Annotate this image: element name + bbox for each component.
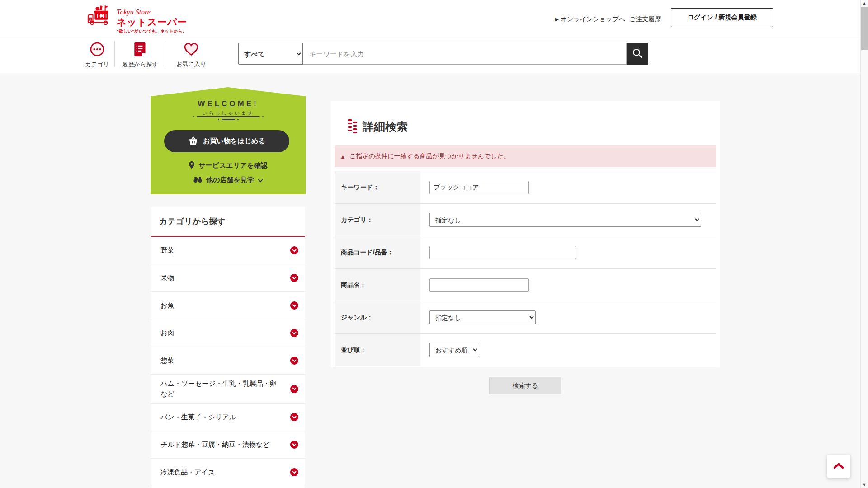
- search-input[interactable]: [303, 43, 627, 65]
- start-shopping-button[interactable]: お買い物をはじめる: [164, 130, 289, 152]
- history-list-icon: [134, 42, 147, 59]
- scrollbar-thumb[interactable]: [861, 7, 868, 50]
- welcome-subtitle: いらっしゃいませ: [151, 110, 306, 117]
- scrollbar-down-arrow[interactable]: ▼: [861, 483, 868, 487]
- online-shop-link[interactable]: ▶オンラインショップへ: [555, 15, 625, 23]
- error-message: ご指定の条件に一致する商品が見つかりませんでした。: [349, 152, 510, 160]
- topbar: Tokyu Store ネットスーパー “欲しい”がいつでも、ネットから。 ▶オ…: [0, 0, 860, 37]
- search-scope-select[interactable]: すべて: [238, 43, 303, 65]
- order-history-link[interactable]: ご注文履歴: [629, 15, 661, 23]
- logo-text: Tokyu Store ネットスーパー “欲しい”がいつでも、ネットから。: [117, 5, 187, 34]
- detail-search-title: 詳細検索: [348, 119, 408, 134]
- other-stores-link[interactable]: 他の店舗を見学: [151, 176, 306, 184]
- heart-icon: [184, 42, 199, 58]
- chevron-down-circle-icon: [290, 301, 298, 310]
- service-area-label: サービスエリアを確認: [198, 161, 267, 170]
- product-name-input[interactable]: [429, 278, 529, 292]
- category-select[interactable]: 指定なし: [429, 213, 701, 227]
- category-panel: カテゴリから探す 野菜 果物 お魚 お肉 惣菜 ハム・ソーセージ・牛乳・乳製品・…: [151, 207, 305, 488]
- chevron-down-circle-icon: [290, 468, 298, 476]
- logo-brand-script: Tokyu Store: [117, 8, 151, 16]
- pin-icon: [189, 161, 195, 170]
- chevron-down-circle-icon: [290, 274, 298, 282]
- logo-brand-main: ネットスーパー: [117, 16, 187, 28]
- category-item-label: チルド惣菜・豆腐・納豆・漬物など: [160, 440, 270, 450]
- welcome-title: WELCOME!: [151, 99, 306, 108]
- error-banner: ▲ ご指定の条件に一致する商品が見つかりませんでした。: [335, 145, 716, 167]
- dash-list-icon: [348, 119, 357, 134]
- truck-logo-icon: [87, 5, 114, 28]
- genre-label: ジャンル：: [335, 301, 420, 333]
- scroll-top-button[interactable]: [827, 455, 850, 478]
- chevron-down-circle-icon: [290, 441, 298, 449]
- category-item-vegetables[interactable]: 野菜: [151, 237, 305, 264]
- category-item-fish[interactable]: お魚: [151, 292, 305, 319]
- category-item-label: 冷凍食品・アイス: [160, 467, 215, 478]
- detail-search-panel: 詳細検索 ▲ ご指定の条件に一致する商品が見つかりませんでした。 キーワード： …: [331, 101, 720, 367]
- form-row-product-name: 商品名：: [335, 269, 716, 301]
- nav-favorites[interactable]: お気に入り: [166, 37, 217, 73]
- category-item-bread-cereal[interactable]: パン・生菓子・シリアル: [151, 404, 305, 431]
- genre-select[interactable]: 指定なし: [429, 310, 536, 324]
- welcome-divider: [151, 116, 306, 120]
- category-item-chilled-tofu[interactable]: チルド惣菜・豆腐・納豆・漬物など: [151, 431, 305, 459]
- search-button[interactable]: [627, 43, 648, 65]
- form-row-category: カテゴリ： 指定なし: [335, 204, 716, 236]
- category-item-label: 惣菜: [160, 356, 174, 366]
- category-item-deli[interactable]: 惣菜: [151, 347, 305, 375]
- detail-search-title-label: 詳細検索: [363, 119, 408, 134]
- service-area-link[interactable]: サービスエリアを確認: [151, 161, 306, 170]
- chevron-down-icon: [258, 176, 263, 184]
- nav-category[interactable]: カテゴリ: [80, 37, 114, 73]
- ellipsis-circle-icon: [90, 42, 105, 59]
- nav-divider: [166, 41, 166, 67]
- sort-label: 並び順：: [335, 334, 420, 366]
- category-item-label: お魚: [160, 300, 174, 311]
- category-item-meat[interactable]: お肉: [151, 319, 305, 347]
- category-item-label: 野菜: [160, 245, 174, 256]
- chevron-down-circle-icon: [290, 413, 298, 421]
- nav-category-label: カテゴリ: [85, 61, 109, 69]
- nav-history-label: 履歴から探す: [123, 61, 158, 69]
- logo-tagline: “欲しい”がいつでも、ネットから。: [117, 28, 187, 34]
- nav-divider: [114, 41, 115, 67]
- scrollbar[interactable]: ▲ ▼: [860, 0, 868, 488]
- product-code-label: 商品コード/品番：: [335, 236, 420, 268]
- chevron-up-icon: [833, 462, 844, 471]
- form-row-genre: ジャンル： 指定なし: [335, 301, 716, 334]
- search-submit-button[interactable]: 検索する: [489, 377, 561, 394]
- category-label: カテゴリ：: [335, 204, 420, 236]
- basket-icon: [188, 136, 198, 147]
- category-item-fruits[interactable]: 果物: [151, 264, 305, 292]
- keyword-input[interactable]: [429, 181, 529, 194]
- product-code-input[interactable]: [429, 246, 576, 259]
- online-shop-label: オンラインショップへ: [561, 15, 625, 23]
- chevron-down-circle-icon: [290, 357, 298, 365]
- search-form: キーワード： カテゴリ： 指定なし 商品コード/品番： 商品名： ジャンル： 指…: [335, 171, 716, 366]
- play-icon: ▶: [555, 17, 559, 22]
- category-item-label: ハム・ソーセージ・牛乳・乳製品・卵など: [160, 379, 282, 399]
- category-item-ham-dairy-eggs[interactable]: ハム・ソーセージ・牛乳・乳製品・卵など: [151, 375, 305, 404]
- form-row-product-code: 商品コード/品番：: [335, 236, 716, 269]
- chevron-down-circle-icon: [290, 385, 298, 393]
- category-item-frozen-ice[interactable]: 冷凍食品・アイス: [151, 459, 305, 486]
- start-shopping-label: お買い物をはじめる: [203, 137, 265, 145]
- scrollbar-up-arrow[interactable]: ▲: [861, 1, 868, 5]
- product-name-label: 商品名：: [335, 269, 420, 301]
- chevron-down-circle-icon: [290, 246, 298, 254]
- welcome-panel: WELCOME! いらっしゃいませ お買い物をはじめる サービスエリアを確認: [151, 87, 306, 194]
- category-item-label: 果物: [160, 273, 174, 283]
- warning-icon: ▲: [340, 153, 346, 160]
- other-stores-label: 他の店舗を見学: [206, 176, 254, 184]
- login-button[interactable]: ログイン / 新規会員登録: [671, 8, 773, 27]
- category-item-label: パン・生菓子・シリアル: [160, 412, 236, 422]
- nav-history[interactable]: 履歴から探す: [114, 37, 166, 73]
- quicknav: カテゴリ 履歴から探す お気に入り: [80, 37, 217, 73]
- binoculars-icon: [193, 176, 203, 184]
- search-bar: すべて: [238, 43, 648, 65]
- sort-select[interactable]: おすすめ順: [429, 343, 479, 357]
- category-panel-title: カテゴリから探す: [151, 207, 305, 237]
- chevron-down-circle-icon: [290, 329, 298, 337]
- logo[interactable]: Tokyu Store ネットスーパー “欲しい”がいつでも、ネットから。: [87, 5, 187, 34]
- form-row-keyword: キーワード：: [335, 171, 716, 204]
